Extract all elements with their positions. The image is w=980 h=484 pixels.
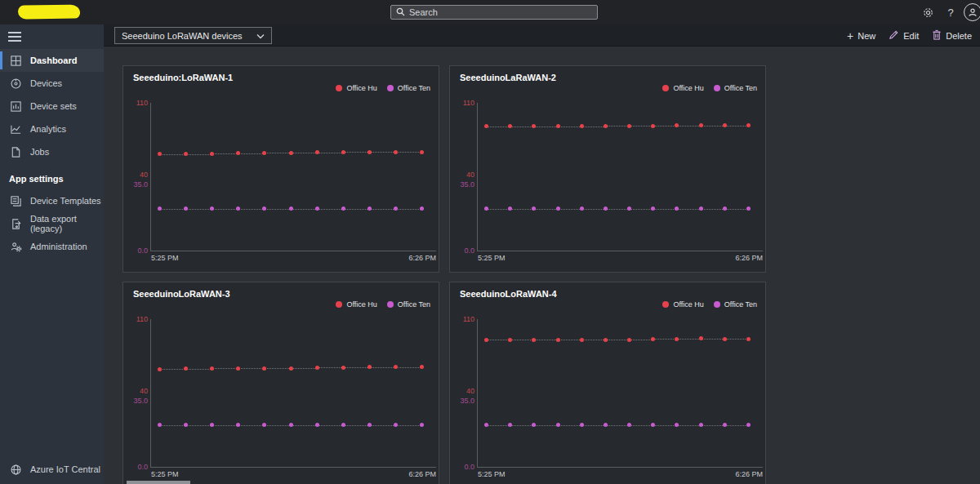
y-axis-tick: 40 xyxy=(466,171,478,179)
device-sets-icon xyxy=(9,100,22,113)
data-point xyxy=(508,124,512,128)
series-connector-line xyxy=(265,153,291,153)
chart-plot-area: 110 40 35.0 0.0 5:25 PM 6:26 PM xyxy=(150,319,436,468)
legend-item-temperature: Office Ten xyxy=(387,300,430,309)
data-point xyxy=(532,423,536,427)
chart-card-lorawan-3[interactable]: SeeeduinoLoRaWAN-3 Office Hu Office Ten … xyxy=(122,282,439,484)
dashboard-canvas: Seeeduino:LoRaWAN-1 Office Hu Office Ten… xyxy=(104,47,980,484)
series-connector-line xyxy=(724,209,748,210)
hamburger-menu-icon[interactable] xyxy=(0,24,104,49)
data-point xyxy=(236,206,240,211)
page-toolbar: Seeeduino LoRaWAN devices + New Edit xyxy=(104,24,980,47)
device-set-dropdown[interactable]: Seeeduino LoRaWAN devices xyxy=(114,27,272,44)
settings-gear-icon[interactable] xyxy=(916,0,939,24)
search-input[interactable]: Search xyxy=(390,5,598,20)
new-button[interactable]: + New xyxy=(847,30,875,42)
data-point xyxy=(556,124,560,128)
series-connector-line xyxy=(265,425,291,426)
series-connector-line xyxy=(395,425,421,426)
series-connector-line xyxy=(343,209,369,210)
chart-legend: Office Hu Office Ten xyxy=(662,300,757,309)
sidebar-item-device-templates[interactable]: Device Templates xyxy=(0,189,104,212)
series-connector-line xyxy=(581,425,605,426)
data-point xyxy=(627,206,631,211)
chart-card-lorawan-4[interactable]: SeeeduinoLoRaWAN-4 Office Hu Office Ten … xyxy=(449,282,766,484)
series-connector-line xyxy=(265,368,291,369)
data-export-icon xyxy=(9,217,22,230)
sidebar-item-label: Device sets xyxy=(30,101,77,111)
sidebar-footer-label: Azure IoT Central xyxy=(30,464,100,474)
data-point xyxy=(484,338,488,342)
data-point xyxy=(604,124,608,128)
series-connector-line xyxy=(510,340,534,340)
series-connector-line xyxy=(486,425,510,426)
help-icon[interactable]: ? xyxy=(941,0,960,24)
sidebar-item-data-export[interactable]: Data export (legacy) xyxy=(0,212,104,235)
data-point xyxy=(699,206,703,211)
top-bar: Search ? xyxy=(0,0,980,24)
data-point xyxy=(210,152,214,156)
series-connector-line xyxy=(701,126,724,127)
series-connector-line xyxy=(343,152,369,153)
data-point xyxy=(368,150,372,154)
horizontal-scrollbar[interactable] xyxy=(127,481,190,484)
data-point xyxy=(184,366,188,371)
edit-button-label: Edit xyxy=(903,31,919,41)
data-point xyxy=(236,423,240,427)
series-connector-line xyxy=(186,425,212,426)
pencil-icon xyxy=(889,29,899,42)
series-connector-line xyxy=(369,367,395,368)
avatar[interactable] xyxy=(962,0,980,24)
edit-button[interactable]: Edit xyxy=(889,29,919,42)
legend-item-humidity: Office Hu xyxy=(662,300,703,309)
data-point xyxy=(604,423,608,427)
sidebar-section-app-settings: App settings xyxy=(0,168,104,189)
series-connector-line xyxy=(605,340,629,340)
x-axis-tick: 6:26 PM xyxy=(408,254,436,262)
chart-card-lorawan-2[interactable]: SeeeduinoLaRaWAN-2 Office Hu Office Ten … xyxy=(449,65,766,273)
sidebar-item-label: Administration xyxy=(30,242,87,251)
data-point xyxy=(484,206,488,211)
y-axis-tick: 0.0 xyxy=(464,463,478,471)
series-connector-line xyxy=(186,209,212,210)
data-point xyxy=(580,338,584,342)
legend-dot-temperature xyxy=(714,301,720,308)
sidebar-item-administration[interactable]: Administration xyxy=(0,235,104,258)
delete-button[interactable]: Delete xyxy=(932,29,972,42)
sidebar-item-jobs[interactable]: Jobs xyxy=(0,140,104,163)
sidebar-item-device-sets[interactable]: Device sets xyxy=(0,95,104,118)
legend-dot-humidity xyxy=(336,301,342,308)
data-point xyxy=(580,206,584,211)
data-point xyxy=(675,423,679,427)
data-point xyxy=(420,150,424,154)
series-connector-line xyxy=(534,340,558,340)
series-connector-line xyxy=(534,127,558,127)
sidebar-item-dashboard[interactable]: Dashboard xyxy=(0,49,104,72)
data-point xyxy=(158,206,162,211)
data-point xyxy=(394,423,398,427)
sidebar-item-devices[interactable]: Devices xyxy=(0,72,104,95)
chart-title: SeeeduinoLoRaWAN-3 xyxy=(133,289,230,299)
series-connector-line xyxy=(510,209,534,210)
data-point xyxy=(341,150,345,154)
data-point xyxy=(556,423,560,427)
sidebar-item-analytics[interactable]: Analytics xyxy=(0,118,104,140)
chart-card-lorawan-1[interactable]: Seeeduino:LoRaWAN-1 Office Hu Office Ten… xyxy=(122,65,439,273)
data-point xyxy=(158,367,162,371)
series-connector-line xyxy=(677,126,701,127)
series-connector-line xyxy=(238,209,265,210)
data-point xyxy=(315,206,319,211)
series-connector-line xyxy=(212,425,238,426)
series-connector-line xyxy=(159,154,185,155)
legend-item-humidity: Office Hu xyxy=(336,300,376,309)
data-point xyxy=(368,365,372,369)
series-connector-line xyxy=(395,152,421,153)
chart-legend: Office Hu Office Ten xyxy=(662,84,757,92)
series-connector-line xyxy=(291,153,317,153)
sidebar-item-azure-iot-central[interactable]: Azure IoT Central xyxy=(0,458,104,481)
series-connector-line xyxy=(238,368,265,369)
series-connector-line xyxy=(701,209,724,210)
legend-label: Office Ten xyxy=(724,84,757,92)
data-point xyxy=(556,338,560,342)
data-point xyxy=(723,206,727,211)
